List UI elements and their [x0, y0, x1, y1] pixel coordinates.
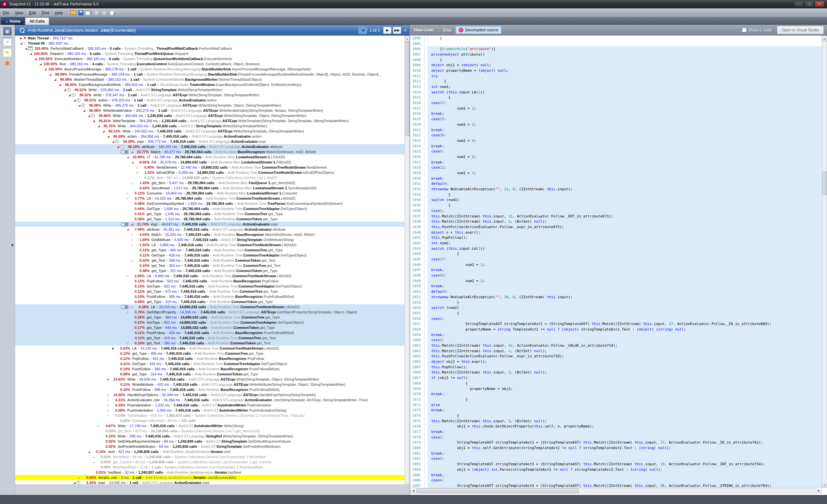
tree-row[interactable]: ▷2.60%LA•9,883 ms•7,445,016 calls•Antlr.… [15, 273, 405, 279]
expand-collapse-icon[interactable]: ◢ [72, 99, 77, 102]
hotspot-icon[interactable]: ✱ [3, 59, 12, 67]
tree-row[interactable]: ●0.02%get_Current•60 ms•1,240,836 calls•… [15, 459, 405, 465]
expand-collapse-icon[interactable]: ● [92, 461, 96, 463]
expand-collapse-icon[interactable]: ▷ [131, 244, 135, 247]
expand-collapse-icon[interactable]: ◢ [87, 450, 91, 453]
expand-collapse-icon[interactable]: ▷ [126, 192, 130, 195]
recursion-marker-icon[interactable] [121, 222, 129, 226]
recursion-marker-icon[interactable] [121, 150, 129, 154]
expand-collapse-icon[interactable]: ▷ [77, 476, 82, 479]
menu-find[interactable]: Find [39, 9, 52, 16]
tree-row[interactable]: 0.08%get_Type•314 ms•7,445,016 calls•Ant… [15, 371, 405, 377]
expand-collapse-icon[interactable]: ◢ [97, 124, 101, 128]
expand-collapse-icon[interactable]: ▷ [126, 342, 130, 345]
scroll-up-icon[interactable]: ▲ [405, 36, 409, 42]
tree-row[interactable]: ◢11.74%expr•44,627 ms•7,445,016 calls•An… [15, 221, 405, 227]
tree-row[interactable]: ▷3.77%LA•14,315 ms•29,780,064 calls•Antl… [15, 196, 405, 201]
tree-row[interactable]: ▼0.24%TryGetValue•916 ms•2,481,672 calls… [15, 413, 405, 418]
tree-row[interactable]: ▷4.03%Match•15,333 ms•7,445,016 calls•An… [15, 232, 405, 237]
tree-row[interactable]: 0.10%PushFollow•365 ms•7,445,016 calls•A… [15, 294, 405, 299]
tree-row[interactable]: ◢23.77%Match•90,377 ms•29,780,064 calls•… [15, 149, 405, 154]
expand-collapse-icon[interactable]: ◢ [101, 130, 106, 133]
tree-row[interactable]: 0.41%get_Type•1,545 ms•29,780,064 calls•… [15, 211, 405, 216]
tree-scroll-thumb[interactable] [405, 42, 409, 136]
open-in-visual-studio-button[interactable]: Open in Visual Studio [777, 26, 824, 34]
tree-row[interactable]: ▷5.12%Consume•19,463 ms•29,780,064 calls… [15, 191, 405, 196]
expand-collapse-icon[interactable]: ◢ [131, 161, 135, 164]
tree-row[interactable]: ◢99.52%Write•378,347 ms•1 call•Antlr3.ST… [15, 92, 405, 98]
tree-row[interactable]: ▷1.02%LA•3,866 ms•7,445,016 calls•Antlr.… [15, 242, 405, 248]
expand-collapse-icon[interactable]: ◢ [111, 140, 115, 143]
expand-collapse-icon[interactable]: ◢ [106, 135, 110, 138]
tree-row[interactable]: ◢90.13%Write•342,652 ms•7,445,016 calls•… [15, 129, 405, 134]
tree-row[interactable]: 0.44%GetType•1,686 ms•29,780,064 calls•A… [15, 206, 405, 211]
tree-row[interactable]: 0.11%GetType•432 ms•7,445,016 calls•Antl… [15, 361, 405, 366]
tree-row[interactable]: ◢95.75%Write•364,020 ms•1,240,836 calls•… [15, 123, 405, 129]
search-close-icon[interactable]: × [404, 28, 407, 33]
tree-row[interactable]: ◢100.00%PerformWaitCallback•380,183 ms•5… [15, 46, 405, 51]
search-prev-button[interactable]: ◀ [358, 27, 367, 34]
save-icon[interactable] [78, 9, 85, 16]
view-options-icon[interactable]: ▾ [85, 9, 92, 16]
tree-row[interactable]: 0.12%get_Type•466 ms•7,445,016 calls•Ant… [15, 248, 405, 253]
expand-collapse-icon[interactable]: ▷ [131, 182, 135, 185]
scroll-up-icon[interactable]: ▲ [822, 36, 827, 42]
tree-row[interactable]: ▷5.90%NextElement•22,440 ms•14,890,032 c… [15, 165, 405, 170]
tree-row[interactable]: ◢100.00%AsyncProcessMessage•380,178 ms•1… [15, 66, 405, 72]
expand-collapse-icon[interactable]: ▶ [19, 37, 23, 40]
tree-row[interactable]: 0.48%GetCurrentInputSymbol•1,833 ms•29,7… [15, 201, 405, 206]
tree-row[interactable]: ◢⚐Thread #8•380,183* ms [15, 41, 405, 46]
expand-collapse-icon[interactable]: ▷ [97, 424, 101, 427]
tree-row[interactable]: 0.12%PopFollow•441 ms•7,445,016 calls•An… [15, 356, 405, 361]
report-view-icon[interactable]: ≡ [3, 37, 12, 46]
expand-collapse-icon[interactable]: ◢ [63, 88, 67, 91]
tree-row[interactable]: 0.10%Write•395 ms•7,445,016 calls•Antlr3… [15, 434, 405, 439]
tree-row[interactable]: ◢48.19%attribute•183,201 ms•7,445,016 ca… [15, 144, 405, 149]
tree-row[interactable]: ◢10.99%LT•41,785 ms•29,780,064 calls•Ant… [15, 154, 405, 160]
expand-collapse-icon[interactable]: ● [92, 456, 96, 458]
tree-row[interactable]: ▶⚑Main Thread•393,710* ms [15, 36, 405, 41]
tree-row[interactable]: ◢96.08%Write•365,276 ms•1 call•Antlr3.ST… [15, 103, 405, 108]
tree-row[interactable]: ▷4.67%Write•17,740 ms•7,445,016 calls•An… [15, 423, 405, 429]
tree-row[interactable]: 0.17%get_Type•644 ms•14,890,032 calls•An… [15, 325, 405, 330]
expand-collapse-icon[interactable]: ▼ [106, 414, 110, 417]
expand-collapse-icon[interactable]: ◢ [126, 228, 130, 231]
expand-collapse-icon[interactable]: ▶ [106, 378, 110, 381]
tree-row[interactable]: 0.11%PushFollow•425 ms•7,445,016 calls•A… [15, 330, 405, 335]
scroll-down-icon[interactable]: ▼ [822, 482, 827, 488]
tree-row[interactable]: ◢99.99%PrivateProcessMessage•380,154 ms•… [15, 72, 405, 77]
tree-row[interactable]: 0.11%get_Text•419 ms•7,445,016 calls•Ant… [15, 335, 405, 341]
tree-row[interactable]: ◢69.69%action•264,958 ms•7,445,016 calls… [15, 134, 405, 139]
tree-row[interactable]: ◢99.51%action•378,323 ms•1 call•Antlr3.S… [15, 98, 405, 103]
tree-row[interactable]: 0.26%get_Type•984 ms•14,890,032 calls•An… [15, 315, 405, 320]
tree-row[interactable]: 0.02%SetPredefinedAttributes•64 ms•1,240… [15, 444, 405, 449]
tree-row[interactable]: ◢3.43%expr•13,042 ms•1 call•Antlr3.ST.La… [15, 480, 405, 484]
tree-row[interactable]: 0.10%PushFollow•398 ms•7,445,016 calls•A… [15, 387, 405, 392]
expand-collapse-icon[interactable]: ◢ [77, 104, 82, 107]
expand-collapse-icon[interactable]: ▷ [131, 259, 135, 262]
expand-collapse-icon[interactable]: ▷ [126, 197, 130, 200]
search-last-button[interactable]: ▶▶ [393, 27, 401, 34]
tree-row[interactable]: ◢8.02%Fill•30,478 ms•14,890,032 calls•An… [15, 160, 405, 165]
expand-collapse-icon[interactable]: ◢ [53, 78, 57, 81]
tree-row[interactable]: ◢96.08%WriteIterableValue•365,274 ms•1 c… [15, 108, 405, 113]
menu-file[interactable]: File [0, 9, 12, 16]
recursion-marker-icon[interactable] [121, 305, 129, 309]
search-next-button[interactable]: ▶ [383, 27, 392, 34]
tree-row[interactable]: ▷0.35%PopIndentation•1,332 ms•7,445,016 … [15, 403, 405, 408]
expand-collapse-icon[interactable]: ▷ [135, 166, 140, 169]
maximize-button[interactable]: ▢ [805, 1, 814, 7]
expand-collapse-icon[interactable]: ◢ [82, 109, 86, 112]
expand-collapse-icon[interactable]: ◢ [48, 73, 52, 76]
tree-row[interactable]: ▷1.33%IsEndOfFile•5,059 ms•14,890,032 ca… [15, 170, 405, 175]
menu-view[interactable]: View [12, 9, 26, 16]
expand-collapse-icon[interactable]: ▷ [106, 409, 110, 412]
expand-collapse-icon[interactable]: ◢ [87, 114, 91, 117]
tree-row[interactable]: 0.11%GetType•428 ms•7,445,016 calls•Antl… [15, 253, 405, 258]
tree-row[interactable]: 0.10%PushFollow•396 ms•7,445,016 calls•A… [15, 366, 405, 371]
expand-collapse-icon[interactable]: ◢ [58, 83, 62, 86]
expand-collapse-icon[interactable]: ▷ [131, 233, 135, 236]
panel-collapse-icon[interactable]: ▶ [12, 243, 14, 247]
tree-row[interactable]: 0.35%get_Type•1,313 ms•29,780,064 calls•… [15, 216, 405, 221]
tree-row[interactable]: 0.12%get_Type•472 ms•7,445,016 calls•Ant… [15, 289, 405, 294]
